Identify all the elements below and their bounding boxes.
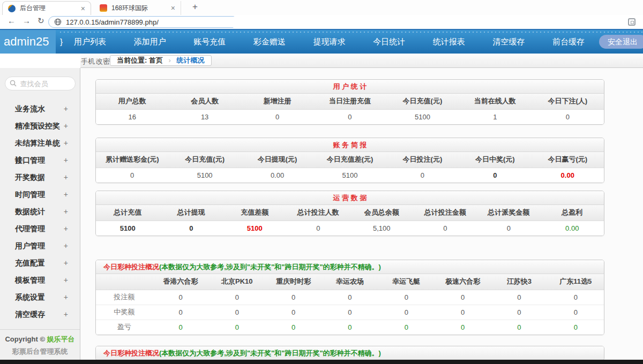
user-stats-table: 用户总数会员人数新增注册当日注册充值今日充值(元)当前在线人数今日下注(人) 1… <box>96 94 604 124</box>
tab-close-icon[interactable]: × <box>169 4 177 12</box>
taskbar-strip <box>0 360 643 364</box>
lottery-value: 0 <box>435 305 491 320</box>
stat-value: 0 <box>313 109 386 124</box>
user-stats-panel: 用 户 统 计 用户总数会员人数新增注册当日注册充值今日充值(元)当前在线人数今… <box>95 79 604 125</box>
sidebar-footer: Copyright © 娱乐平台 彩票后台管理系统 <box>0 329 80 357</box>
site-favicon-icon <box>100 4 107 12</box>
lottery-value: 0 <box>209 305 265 320</box>
sidebar-item[interactable]: 模板管理 + <box>0 271 80 289</box>
column-header: 用户总数 <box>96 94 168 109</box>
sidebar-item[interactable]: 代理管理 + <box>0 220 80 237</box>
stat-value: 5100 <box>168 168 241 183</box>
expand-plus-icon: + <box>64 220 68 237</box>
lottery-column-header: 幸运飞艇 <box>378 274 435 290</box>
stat-value: 0 <box>477 221 541 236</box>
expand-plus-icon: + <box>64 117 68 134</box>
nav-item[interactable]: 提现请求 <box>313 37 346 47</box>
lottery-value: 0 <box>491 290 547 305</box>
extension-icon[interactable] <box>628 18 635 26</box>
copyright-text: Copyright © <box>5 335 47 343</box>
lottery-value: 0 <box>209 320 265 335</box>
stat-value: 5100 <box>96 221 160 236</box>
column-header: 充值差额 <box>223 205 287 221</box>
operations-panel: 运 营 数 据 总计充值总计提现充值差额总计投注人数会员总余额总计投注金额总计派… <box>95 191 604 236</box>
stat-value: 0.00 <box>532 168 604 183</box>
lottery-column-header: 重庆时时彩 <box>265 274 322 290</box>
new-tab-button[interactable]: + <box>189 2 201 12</box>
column-header: 总计提现 <box>160 205 223 221</box>
breadcrumb-label: 当前位置: 首页 <box>117 56 163 64</box>
column-header: 当前在线人数 <box>459 94 531 109</box>
sidebar-item-label: 代理管理 <box>15 220 45 237</box>
sidebar-item-label: 充值配置 <box>15 254 45 271</box>
breadcrumb-current[interactable]: 统计概况 <box>177 56 205 64</box>
brand-name: 娱乐平台 <box>47 335 75 343</box>
stat-value: 0 <box>532 109 604 124</box>
sidebar-item-label: 接口管理 <box>15 151 45 169</box>
sidebar-item[interactable]: 充值配置 + <box>0 254 80 271</box>
nav-item[interactable]: 统计报表 <box>433 37 465 47</box>
stat-value: 0 <box>160 221 223 236</box>
tab-168[interactable]: 168环球国际 × <box>94 1 181 15</box>
nav-item[interactable]: 彩金赠送 <box>253 37 286 47</box>
sidebar-item-label: 时间管理 <box>15 186 45 203</box>
tab-admin[interactable]: 后台管理 × <box>2 1 91 15</box>
nav-item[interactable]: 账号充值 <box>193 37 226 47</box>
expand-plus-icon: + <box>64 203 68 220</box>
expand-plus-icon: + <box>64 151 68 169</box>
stat-value: 0 <box>96 168 168 183</box>
stat-value: 0 <box>414 221 477 236</box>
stat-value: 0 <box>459 168 531 183</box>
sidebar-item-label: 系统设置 <box>15 289 45 306</box>
lottery-value: 0 <box>548 320 604 335</box>
logout-button[interactable]: 安全退出 <box>599 35 643 49</box>
admin-favicon-icon <box>8 5 16 12</box>
column-header: 今日提现(元) <box>241 152 313 168</box>
column-header: 今日赢亏(元) <box>532 152 604 168</box>
password-link-fragment[interactable]: 改密 <box>96 57 110 66</box>
sidebar-item[interactable]: 业务流水 + <box>0 100 80 117</box>
chevron-right-icon: › <box>169 56 171 64</box>
stat-value: 5100 <box>313 168 386 183</box>
sidebar-item[interactable]: 开奖数据 + <box>0 169 80 186</box>
sidebar-item[interactable]: 清空缓存 + <box>0 306 80 323</box>
lottery-row-profit: 盈亏 00000000 <box>96 320 604 335</box>
stat-value: 5,100 <box>350 221 414 236</box>
panel-title-main: 今日彩种投注概况 <box>103 263 159 271</box>
nav-item[interactable]: 清空缓存 <box>492 37 525 47</box>
nav-item[interactable]: 用户列表 <box>74 37 106 47</box>
lottery-column-header: 极速六合彩 <box>435 274 491 290</box>
sidebar-item[interactable]: 精准预设控奖 + <box>0 117 80 134</box>
lottery-value: 0 <box>265 320 322 335</box>
sidebar-item[interactable]: 时间管理 + <box>0 186 80 203</box>
nav-menu: 用户列表添加用户账号充值彩金赠送提现请求今日统计统计报表清空缓存前台缓存 <box>66 30 592 54</box>
expand-plus-icon: + <box>64 289 68 306</box>
sidebar-item-label: 清空缓存 <box>15 306 45 323</box>
lottery-value: 0 <box>265 305 322 320</box>
sidebar-item[interactable]: 接口管理 + <box>0 151 80 169</box>
nav-item[interactable]: 前台缓存 <box>552 37 585 47</box>
back-button[interactable]: ← <box>8 16 16 25</box>
sidebar-item[interactable]: 数据统计 + <box>0 203 80 220</box>
lottery-value: 0 <box>322 290 378 305</box>
lottery-value: 0 <box>491 305 547 320</box>
row-label: 中奖额 <box>96 305 152 320</box>
reload-button[interactable]: ↻ <box>38 16 44 26</box>
stat-value: 0 <box>386 168 459 183</box>
tab-close-icon[interactable]: × <box>79 4 87 13</box>
sidebar-item[interactable]: 用户管理 + <box>0 237 80 254</box>
panel-title: 账 务 简 报 <box>96 138 604 152</box>
nav-item[interactable]: 今日统计 <box>373 37 405 47</box>
sidebar-item[interactable]: 系统设置 + <box>0 289 80 306</box>
nav-item[interactable]: 添加用户 <box>134 37 166 47</box>
column-header: 新增注册 <box>241 94 313 109</box>
lottery-value: 0 <box>378 320 435 335</box>
lottery-column-header <box>96 274 152 290</box>
sidebar-item-label: 业务流水 <box>15 100 45 117</box>
lottery-column-header: 北京PK10 <box>209 274 265 290</box>
sidebar-item[interactable]: 未结算注单统计 + <box>0 134 80 151</box>
forward-button[interactable]: → <box>23 16 31 25</box>
mobile-link-fragment[interactable]: 手机 <box>81 57 95 66</box>
column-header: 当日注册充值 <box>313 94 386 109</box>
lottery-value: 0 <box>152 305 208 320</box>
